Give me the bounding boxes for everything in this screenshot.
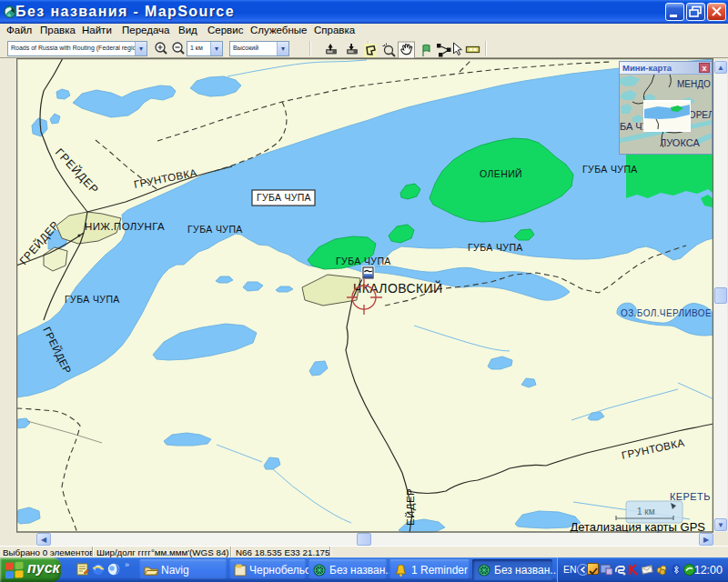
svg-text:ГУБА ЧУПА: ГУБА ЧУПА xyxy=(187,224,243,235)
svg-text:ОЗ.БОЛ.ЧЕРЛИВОЕ: ОЗ.БОЛ.ЧЕРЛИВОЕ xyxy=(621,308,712,318)
svg-text:ГУБА ЧУПА: ГУБА ЧУПА xyxy=(257,192,311,203)
svg-text:КЕРЕТЬ: КЕРЕТЬ xyxy=(670,491,711,502)
svg-text:Детализация карты GPS: Детализация карты GPS xyxy=(570,520,705,534)
svg-text:НИЖ.ПОЛУНГА: НИЖ.ПОЛУНГА xyxy=(85,221,165,232)
svg-text:ОЛЕНИЙ: ОЛЕНИЙ xyxy=(480,168,522,179)
svg-text:ГУБА ЧУПА: ГУБА ЧУПА xyxy=(336,256,391,266)
svg-text:ГУБА ЧУПА: ГУБА ЧУПА xyxy=(582,164,638,175)
svg-text:ЕЙДЕР: ЕЙДЕР xyxy=(405,488,416,526)
svg-text:ЧКАЛОВСКИЙ: ЧКАЛОВСКИЙ xyxy=(353,280,442,296)
svg-text:ГУБА ЧУПА: ГУБА ЧУПА xyxy=(468,242,523,253)
svg-text:МЕНДО: МЕНДО xyxy=(677,79,711,89)
svg-text:1 км: 1 км xyxy=(637,507,655,517)
svg-text:ГУБА ЧУПА: ГУБА ЧУПА xyxy=(65,294,120,305)
svg-text:ЛУОКСА: ЛУОКСА xyxy=(660,137,700,148)
